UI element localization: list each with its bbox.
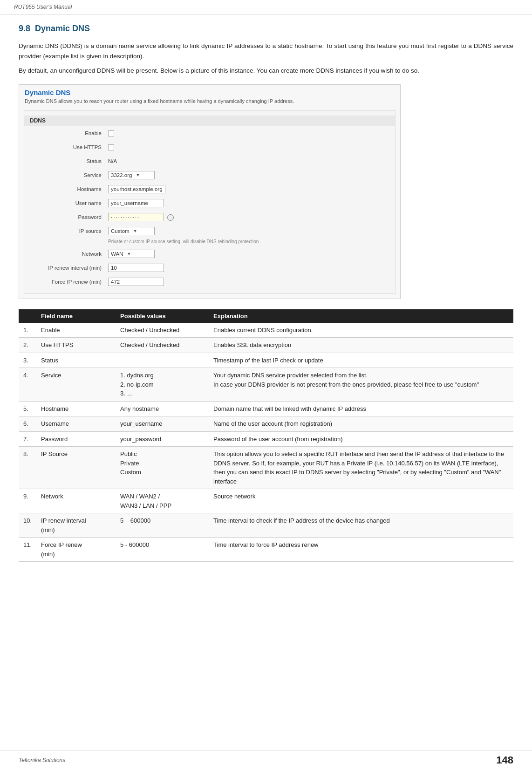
table-cell-values: Public Private Custom — [116, 447, 209, 489]
table-cell-field: Status — [36, 353, 116, 368]
col-header-num — [19, 309, 36, 323]
network-select-arrow: ▼ — [127, 252, 131, 256]
username-input[interactable]: your_username — [108, 199, 164, 207]
ui-screenshot-subtitle: Dynamic DNS allows you to reach your rou… — [19, 98, 400, 108]
table-cell-values — [116, 353, 209, 368]
table-cell-field: IP renew interval (min) — [36, 513, 116, 538]
network-value: WAN ▼ — [108, 250, 155, 258]
force-ip-row: Force IP renew (min) 472 — [24, 275, 395, 289]
enable-row: Enable — [24, 126, 395, 140]
ip-source-select[interactable]: Custom ▼ — [108, 227, 155, 235]
enable-label: Enable — [34, 130, 108, 136]
ddns-form-box: DDNS Enable Use HTTPS Status N/A — [24, 110, 396, 294]
table-row: 6.Usernameyour_usernameName of the user … — [19, 416, 513, 432]
password-row: Password ············ — [24, 210, 395, 224]
service-select[interactable]: 3322.org ▼ — [108, 171, 155, 179]
table-cell-field: Use HTTPS — [36, 338, 116, 353]
table-header-row: Field name Possible values Explanation — [19, 309, 513, 323]
hostname-input[interactable]: yourhost.example.org — [108, 185, 165, 193]
table-cell-field: Force IP renew (min) — [36, 538, 116, 562]
table-cell-num: 4. — [19, 368, 36, 402]
ddns-form-title: DDNS — [24, 116, 395, 126]
table-cell-num: 10. — [19, 513, 36, 538]
table-cell-num: 1. — [19, 323, 36, 338]
table-cell-field: Hostname — [36, 401, 116, 416]
reference-table: Field name Possible values Explanation 1… — [19, 309, 513, 562]
force-ip-label: Force IP renew (min) — [34, 279, 108, 285]
table-cell-values: WAN / WAN2 / WAN3 / LAN / PPP — [116, 489, 209, 513]
ip-source-row: IP source Custom ▼ — [24, 224, 395, 238]
table-cell-field: Network — [36, 489, 116, 513]
force-ip-value: 472 — [108, 278, 164, 286]
footer-company: Teltonika Solutions — [19, 757, 65, 763]
table-cell-values: 5 - 600000 — [116, 538, 209, 562]
password-visibility-icon[interactable] — [167, 214, 174, 221]
table-cell-num: 3. — [19, 353, 36, 368]
password-input[interactable]: ············ — [108, 213, 164, 221]
network-label: Network — [34, 251, 108, 257]
table-cell-values: Any hostname — [116, 401, 209, 416]
table-row: 2.Use HTTPSChecked / UncheckedEnables SS… — [19, 338, 513, 353]
table-row: 7.Passwordyour_passwordPassword of the u… — [19, 431, 513, 447]
service-row: Service 3322.org ▼ — [24, 168, 395, 182]
table-cell-num: 5. — [19, 401, 36, 416]
service-select-arrow: ▼ — [136, 173, 140, 177]
use-https-checkbox[interactable] — [108, 144, 114, 150]
ip-source-label: IP source — [34, 228, 108, 234]
enable-value — [108, 130, 114, 136]
ip-source-note: Private or custom IP source setting, wil… — [24, 238, 395, 247]
table-row: 4.Service1. dydns.org 2. no-ip.com 3. …Y… — [19, 368, 513, 402]
use-https-value — [108, 144, 114, 150]
page-header: RUT955 User's Manual — [0, 0, 532, 14]
intro-paragraph-1: Dynamic DNS (DDNS) is a domain name serv… — [19, 41, 513, 61]
section-number: 9.8 — [19, 24, 30, 33]
table-cell-field: Username — [36, 416, 116, 432]
status-value: N/A — [108, 158, 117, 164]
password-value: ············ — [108, 213, 174, 221]
table-cell-field: Service — [36, 368, 116, 402]
use-https-label: Use HTTPS — [34, 144, 108, 150]
username-row: User name your_username — [24, 196, 395, 210]
ip-source-value: Custom ▼ — [108, 227, 155, 235]
ip-source-select-arrow: ▼ — [133, 229, 137, 233]
force-ip-input[interactable]: 472 — [108, 278, 164, 286]
status-label: Status — [34, 158, 108, 164]
table-cell-num: 9. — [19, 489, 36, 513]
table-cell-num: 7. — [19, 431, 36, 447]
table-row: 8.IP SourcePublic Private CustomThis opt… — [19, 447, 513, 489]
table-cell-explanation: Time interval to check if the IP address… — [209, 513, 513, 538]
password-label: Password — [34, 214, 108, 220]
table-cell-num: 8. — [19, 447, 36, 489]
table-cell-values: your_username — [116, 416, 209, 432]
network-select[interactable]: WAN ▼ — [108, 250, 155, 258]
ui-screenshot-title: Dynamic DNS — [19, 85, 400, 98]
use-https-row: Use HTTPS — [24, 140, 395, 154]
table-cell-explanation: Time interval to force IP address renew — [209, 538, 513, 562]
table-cell-values: 5 – 600000 — [116, 513, 209, 538]
table-cell-explanation: Domain name that will be linked with dyn… — [209, 401, 513, 416]
service-value: 3322.org ▼ — [108, 171, 155, 179]
table-cell-explanation: Enables SSL data encryption — [209, 338, 513, 353]
col-header-field: Field name — [36, 309, 116, 323]
table-cell-explanation: Enables current DDNS configuration. — [209, 323, 513, 338]
table-cell-explanation: Your dynamic DNS service provider select… — [209, 368, 513, 402]
hostname-label: Hostname — [34, 186, 108, 192]
service-label: Service — [34, 172, 108, 178]
hostname-value: yourhost.example.org — [108, 185, 165, 193]
table-cell-field: Password — [36, 431, 116, 447]
table-cell-explanation: Name of the user account (from registrat… — [209, 416, 513, 432]
table-cell-field: Enable — [36, 323, 116, 338]
table-cell-field: IP Source — [36, 447, 116, 489]
enable-checkbox[interactable] — [108, 130, 114, 136]
table-cell-values: your_password — [116, 431, 209, 447]
network-row: Network WAN ▼ — [24, 247, 395, 261]
ip-renew-input[interactable]: 10 — [108, 264, 164, 272]
table-cell-num: 11. — [19, 538, 36, 562]
table-cell-num: 2. — [19, 338, 36, 353]
page-number: 148 — [496, 754, 513, 766]
ui-screenshot: Dynamic DNS Dynamic DNS allows you to re… — [19, 84, 401, 299]
header-title: RUT955 User's Manual — [14, 4, 72, 10]
status-row: Status N/A — [24, 154, 395, 168]
username-label: User name — [34, 200, 108, 206]
section-name: Dynamic DNS — [35, 24, 90, 33]
